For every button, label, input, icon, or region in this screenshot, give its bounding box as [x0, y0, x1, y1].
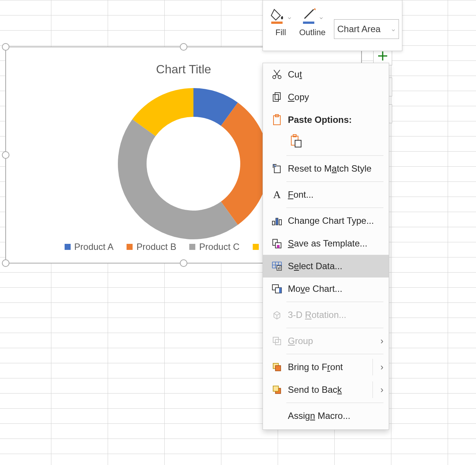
- menu-assign-macro[interactable]: Assign Macro...: [263, 405, 389, 427]
- group-icon: [270, 336, 284, 346]
- menu-change-chart-type[interactable]: Change Chart Type...: [263, 209, 389, 232]
- svg-rect-17: [277, 245, 280, 248]
- menu-move-chart[interactable]: Move Chart...: [263, 277, 389, 300]
- separator: [286, 208, 383, 208]
- slice-product-b[interactable]: [221, 102, 269, 225]
- legend-label: Product C: [199, 242, 240, 252]
- clipboard-icon: [270, 114, 284, 126]
- copy-icon: [270, 92, 284, 102]
- menu-select-data[interactable]: Select Data...: [263, 255, 389, 277]
- font-icon: A: [270, 189, 284, 201]
- resize-handle[interactable]: [2, 43, 9, 51]
- menu-label: Cut: [288, 69, 302, 79]
- fill-tool[interactable]: ⌵ Fill: [270, 5, 291, 37]
- svg-rect-5: [275, 93, 280, 99]
- submenu-arrow-icon[interactable]: ›: [380, 384, 383, 395]
- svg-point-3: [278, 76, 281, 79]
- dropdown-caret-icon: ⌵: [392, 26, 395, 32]
- donut-chart[interactable]: [118, 88, 269, 239]
- svg-rect-10: [295, 140, 301, 147]
- menu-label: Change Chart Type...: [288, 215, 383, 226]
- menu-cut[interactable]: Cut: [263, 63, 389, 86]
- menu-label: Save as Template...: [288, 238, 367, 248]
- resize-handle[interactable]: [180, 43, 187, 51]
- dropdown-caret-icon[interactable]: ⌵: [320, 14, 323, 20]
- legend-swatch: [65, 244, 71, 250]
- menu-label: Group: [288, 336, 313, 346]
- svg-rect-14: [279, 220, 281, 225]
- fill-icon: [270, 7, 285, 24]
- svg-rect-18: [277, 266, 281, 270]
- outline-icon: [302, 7, 317, 24]
- menu-group: Group ›: [263, 330, 389, 352]
- separator: [286, 354, 383, 354]
- separator: [286, 302, 383, 302]
- bring-front-icon: [270, 362, 284, 372]
- mini-format-toolbar: ⌵ Fill ⌵ Outline Chart Area ⌵: [263, 0, 402, 51]
- svg-rect-20: [280, 267, 280, 270]
- context-menu: Cut Copy Paste Options:: [263, 63, 389, 430]
- svg-rect-23: [279, 288, 281, 293]
- move-chart-icon: [270, 284, 284, 294]
- legend-swatch: [253, 244, 259, 250]
- menu-label: Send to Back: [288, 384, 342, 395]
- menu-label: Reset to Match Style: [288, 163, 371, 174]
- outline-tool[interactable]: ⌵ Outline: [299, 5, 326, 37]
- separator: [372, 381, 373, 398]
- separator: [286, 155, 383, 156]
- svg-rect-27: [275, 366, 281, 371]
- menu-label: Assign Macro...: [288, 411, 350, 421]
- scissors-icon: [270, 69, 284, 80]
- menu-label: Bring to Front: [288, 362, 343, 372]
- menu-label: 3-D Rotation...: [288, 310, 346, 320]
- legend-item-c[interactable]: Product C: [189, 242, 240, 252]
- paste-option-default[interactable]: [288, 133, 304, 149]
- menu-label: Paste Options:: [288, 115, 383, 125]
- svg-rect-25: [275, 339, 281, 345]
- send-back-icon: [270, 385, 284, 395]
- svg-rect-24: [273, 337, 278, 343]
- outline-label: Outline: [299, 28, 326, 37]
- menu-label: Copy: [288, 92, 309, 102]
- submenu-arrow-icon: ›: [380, 336, 383, 346]
- legend-item-a[interactable]: Product A: [65, 242, 114, 252]
- separator: [372, 359, 373, 375]
- cube-icon: [270, 310, 284, 320]
- menu-send-to-back[interactable]: Send to Back ›: [263, 378, 389, 401]
- legend-swatch: [189, 244, 195, 250]
- svg-rect-0: [271, 22, 283, 24]
- menu-font[interactable]: A Font...: [263, 183, 389, 206]
- slice-product-c[interactable]: [118, 119, 238, 239]
- menu-copy[interactable]: Copy: [263, 86, 389, 108]
- select-data-icon: [270, 261, 284, 271]
- menu-reset-style[interactable]: Reset to Match Style: [263, 157, 389, 180]
- separator: [286, 403, 383, 403]
- chart-element-selector[interactable]: Chart Area ⌵: [334, 19, 399, 39]
- legend-swatch: [127, 244, 133, 250]
- reset-icon: [270, 163, 284, 174]
- menu-paste-options: Paste Options:: [263, 108, 389, 131]
- dropdown-caret-icon[interactable]: ⌵: [288, 14, 291, 20]
- save-template-icon: [270, 238, 284, 249]
- svg-rect-29: [273, 386, 278, 391]
- legend-label: Product B: [136, 242, 176, 252]
- resize-handle[interactable]: [2, 151, 9, 159]
- svg-rect-19: [278, 267, 279, 270]
- menu-bring-to-front[interactable]: Bring to Front ›: [263, 356, 389, 378]
- svg-rect-12: [272, 221, 275, 225]
- menu-save-template[interactable]: Save as Template...: [263, 232, 389, 255]
- resize-handle[interactable]: [180, 259, 187, 267]
- svg-point-2: [273, 76, 276, 79]
- submenu-arrow-icon[interactable]: ›: [380, 362, 383, 372]
- menu-3d-rotation: 3-D Rotation...: [263, 304, 389, 326]
- selector-value: Chart Area: [337, 24, 381, 34]
- legend-item-b[interactable]: Product B: [127, 242, 176, 252]
- separator: [286, 328, 383, 328]
- svg-rect-4: [273, 95, 278, 101]
- resize-handle[interactable]: [2, 259, 9, 267]
- svg-rect-1: [303, 22, 314, 24]
- fill-label: Fill: [275, 28, 286, 37]
- separator: [286, 181, 383, 182]
- menu-label: Move Chart...: [288, 284, 342, 294]
- svg-rect-13: [276, 218, 278, 225]
